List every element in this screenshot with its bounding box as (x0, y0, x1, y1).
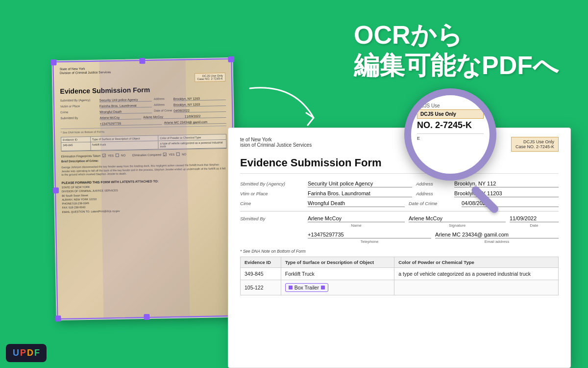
arrow-icon (235, 79, 333, 137)
old-document: State of New York Division of Criminal J… (51, 57, 237, 320)
magnifier-circle: DCJS Use DCJS Use Only NO. 2-7245-K E (404, 88, 496, 181)
old-date-value: 11/09/2022 (185, 114, 226, 118)
new-date-label: Date (510, 223, 559, 228)
table-col3-header: Color of Powder or Chemical Type (394, 257, 559, 268)
old-evidence-table: Evidence ID Type of Surface or Descripti… (61, 134, 226, 152)
new-submitted-label: Sbmitted By (Agency) (240, 181, 304, 186)
box-trailer-highlight: Box Trailer (285, 283, 328, 292)
old-table-row1-color: a type of vehicle categorized as a power… (159, 140, 226, 149)
table-row-1: 349-845 Forklift Truck a type of vehicle… (241, 268, 559, 280)
heading-line1: OCRから (354, 20, 559, 50)
new-sig-value: Arlene McCoy (409, 215, 506, 222)
new-crime-value: Wrongful Death (308, 200, 405, 207)
new-dcjs-use-only: DCJS Use Only (515, 139, 554, 144)
old-victim-value: Farinha Bros. Laundromat (99, 104, 152, 108)
old-table-col1: Evidence ID (61, 137, 91, 142)
old-dna-note: * See DNA Note on Bottom of Forms (61, 128, 226, 134)
magnifier-content: DCJS Use DCJS Use Only NO. 2-7245-K E (411, 95, 490, 145)
old-submitted-label: Submitted By (Agency) (60, 99, 99, 102)
table-row-2: 105-122 Box Trailer (241, 280, 559, 295)
row1-color: a type of vehicle categorized as a power… (394, 268, 559, 280)
new-case-no: Case NO. 2-7245-K (515, 144, 554, 149)
old-address-value: Brooklyn, NY 1203 (173, 96, 226, 101)
magnifier: DCJS Use DCJS Use Only NO. 2-7245-K E (404, 88, 512, 196)
old-yes-label: YES (108, 154, 114, 157)
evidence-table: Evidence ID Type of Surface or Descripti… (240, 257, 559, 295)
old-table-row1-id: 349-845 (61, 142, 91, 151)
old-doc-value: 04/08/2022 (173, 108, 226, 113)
old-yes-cb[interactable]: ✓ (102, 154, 106, 157)
new-email-value: Arlene MC 23434@ gamil.com (435, 232, 559, 238)
old-victim-label: Victim or Place (60, 105, 99, 108)
new-victim-value: Farinha Bros. Laundromat (308, 190, 412, 197)
old-form-title: Evidence Submission Form (60, 84, 225, 95)
old-brief-label: Brief Description of Crime: (61, 157, 227, 163)
old-brief-text: George Johnson disconnected the key fend… (61, 163, 227, 177)
updf-d: D (27, 348, 33, 358)
new-date-of-crime-label: Date of Crime (409, 201, 458, 206)
new-name-label: Name (308, 223, 405, 228)
new-sig-label: Signature (409, 223, 506, 228)
new-telephone-label: Telephone (308, 239, 431, 244)
new-date-of-crime-value: 04/08/2022 (462, 200, 559, 207)
row2-color (394, 280, 559, 295)
row2-type-cell: Box Trailer (281, 280, 394, 295)
old-address2-value: Brooklyn, NY 1203 (173, 102, 226, 107)
new-state-name: te of New York ision of Criminal Justice… (240, 137, 312, 148)
form-title-prefix: E (240, 157, 247, 169)
row1-evidence-id: 349-845 (241, 268, 281, 280)
box-trailer-text: Box Trailer (294, 285, 319, 290)
new-phone-value: +13475297735 (308, 232, 431, 238)
mag-sub-content: E (417, 133, 484, 141)
bt-handle-right[interactable] (321, 286, 325, 289)
new-header1: te of New York (240, 137, 312, 142)
old-doc-content: State of New York Division of Criminal J… (52, 58, 235, 220)
old-sig-value: Arlene McCoy (143, 115, 185, 119)
row1-type: Forklift Truck (281, 268, 394, 280)
updf-p: P (20, 348, 26, 358)
old-yes-cb2[interactable]: ✓ (163, 153, 167, 156)
bt-handle-left[interactable] (289, 286, 293, 289)
new-doc-content: te of New York ision of Criminal Justice… (228, 128, 570, 303)
old-elim-fp-label: Elimination Fingerprints Taken (61, 154, 100, 158)
old-email-value: Arlene MC 23434@ gamil.com (164, 120, 226, 125)
new-submitted-value: Security Unit police Agency (308, 181, 412, 187)
new-crime-label: Cime (240, 201, 304, 206)
mag-case-no: NO. 2-7245-K (417, 121, 484, 131)
old-no-label: NO (121, 154, 125, 157)
heading-line2: 編集可能なPDFへ (354, 50, 559, 80)
ocr-heading: OCRから 編集可能なPDFへ (354, 20, 559, 81)
new-email-label: Email address (435, 239, 559, 244)
old-dcjs-line2: Case NO. 2-7245-K (197, 77, 223, 80)
new-dcjs-box: DCJS Use Only Case NO. 2-7245-K (511, 137, 559, 152)
table-col2-header: Type of Surface or Description of Object (281, 257, 394, 268)
old-forward-section: PLEASE FORWARD THIS FORM WITH LATENTS AT… (62, 178, 228, 214)
old-name-value: Arlene McCoy (99, 115, 141, 120)
old-crime-label: Crime (60, 110, 99, 114)
old-doc-label: Date of Crime (154, 109, 173, 112)
old-address-label: Address (154, 97, 173, 101)
old-no-cb2[interactable] (176, 153, 180, 156)
old-crime-value: Wrongful Death (99, 109, 152, 114)
new-date-value: 11/09/2022 (510, 215, 559, 222)
table-col1-header: Evidence ID (241, 257, 281, 268)
row2-evidence-id: 105-122 (241, 280, 281, 295)
old-elim-comp-label: Elimination Compared (132, 153, 161, 157)
arrow-area (235, 79, 333, 137)
new-dna-note: * See DNA Note on Bottom of Form (240, 249, 559, 254)
updf-f: F (34, 348, 40, 358)
new-sep-line (240, 211, 559, 211)
old-forward-addr: STATE OF NEW YORKDIVISION OF CRIMINAL JU… (62, 183, 228, 214)
updf-logo: U P D F (6, 344, 47, 362)
old-table-row1-type: forklift truck (91, 141, 159, 150)
new-name-value: Arlene McCoy (308, 215, 405, 222)
old-phone-value: +13475297735 (100, 121, 162, 126)
old-no-cb[interactable] (116, 154, 119, 157)
new-document: te of New York ision of Criminal Justice… (228, 128, 571, 368)
old-sub2-label: Submitted By (60, 116, 99, 120)
new-header2: ision of Criminal Justice Services (240, 142, 312, 148)
old-submitted-value: Security Unit police Agency (99, 98, 152, 103)
new-victim-label: Vtim or Place (240, 191, 304, 196)
mag-use-only: DCJS Use Only (417, 109, 484, 119)
new-sub2-label: Sbmitted By (240, 216, 304, 221)
